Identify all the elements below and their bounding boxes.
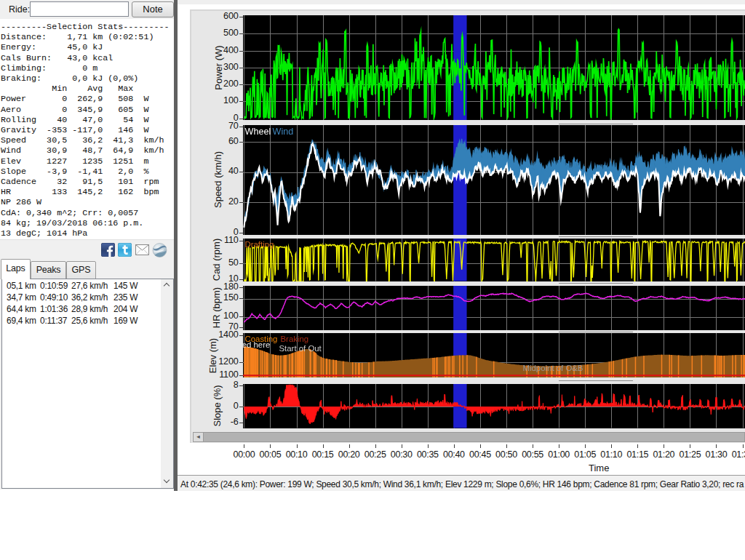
time-tick-mark [323,444,324,448]
power-ytick-mark [239,68,243,68]
power-ytick: 600 [207,11,239,21]
lap-cell: 169 W [113,316,138,326]
time-tick-label: 01:35 [727,449,745,460]
elev-ytick-mark [239,335,243,336]
lap-cell: 28,9 km/h [71,304,108,314]
hr-ytick-mark [239,287,243,288]
pane-divider-handle[interactable] [559,124,633,124]
selection-stats-box: ---------Selection Stats--------- Distan… [0,19,174,240]
lap-cell: 0:49:10 [40,292,68,303]
ride-name-input[interactable] [30,1,129,17]
annotation-midpoint-of-o-b: Midpoint of O&B [523,364,583,372]
time-tick-mark [402,444,402,448]
slope-ytick-mark [239,407,243,407]
lap-row[interactable]: 69,4 km0:11:3725,6 km/h169 W [2,316,162,327]
chart-container: 6005004003002001000Power (W)WheelWind706… [190,9,745,443]
slope-canvas [243,384,745,428]
plot-power[interactable] [243,15,745,120]
selection-stats-text: ---------Selection Stats--------- Distan… [1,22,169,239]
lap-row[interactable]: 64,4 km1:01:3628,9 km/h204 W [2,304,162,316]
chart-horizontal-scrollbar[interactable]: ◄ [193,432,745,442]
email-icon[interactable] [135,244,149,256]
time-tick-mark [454,444,455,448]
lap-cell: 05,1 km [7,281,36,291]
pane-divider-handle[interactable] [559,283,633,284]
time-tick-mark [743,444,744,448]
power-ytick-mark [239,33,243,34]
annotation-ted-here: ted here [243,340,271,349]
time-tick-mark [559,444,559,448]
lap-row[interactable]: 34,7 km0:49:1036,2 km/h235 W [2,292,162,304]
cad-ytick-mark [239,241,243,241]
tab-gps[interactable]: GPS [66,261,96,279]
pane-divider-handle[interactable] [559,332,633,332]
lap-cell: 36,2 km/h [71,292,108,303]
facebook-icon[interactable] [101,243,115,257]
lap-cell: 25,6 km/h [71,316,108,326]
time-tick-mark [585,444,586,448]
note-button[interactable]: Note [132,1,174,17]
lap-cell: 0:11:37 [40,316,67,326]
speed-canvas [243,125,745,236]
scroll-down-icon[interactable] [161,476,173,488]
lap-cell: 1:01:36 [40,304,68,314]
time-tick-mark [270,444,271,448]
power-ytick-mark [239,17,243,17]
left-panel: Ride: Note ---------Selection Stats-----… [0,0,174,489]
plot-speed[interactable]: WheelWind [243,125,745,236]
power-ytick: 500 [207,28,239,38]
elev-ytick-mark [239,375,243,376]
plot-slope[interactable] [243,384,745,428]
cad-ytick-mark [239,279,243,280]
tab-laps[interactable]: Laps [1,259,31,279]
power-ytick: 100 [207,95,239,105]
pane-divider-handle[interactable] [559,236,633,237]
time-tick-mark [533,444,533,448]
hr-canvas [243,286,745,330]
earth-icon[interactable] [152,243,167,257]
scroll-left-icon[interactable]: ◄ [193,432,204,442]
legend-wheel: Wheel [245,127,271,137]
pane-divider-handle[interactable] [559,380,633,381]
slope-ytick-mark [239,385,243,386]
speed-ytick: 60 [207,136,239,146]
speed-axis-title: Speed (km/h) [212,151,223,208]
app-window: Ride: Note ---------Selection Stats-----… [0,0,745,560]
tab-strip: Laps Peaks GPS [0,258,174,279]
time-tick-mark [375,444,376,448]
elev-axis-title: Elev (m) [207,337,218,372]
hr-ytick-mark [239,298,243,299]
top-strip [178,0,745,4]
twitter-icon[interactable] [118,243,132,257]
speed-ytick-mark [239,172,243,172]
power-ytick-mark [239,119,243,119]
speed-ytick-mark [239,233,243,233]
scroll-up-icon[interactable] [161,279,173,292]
tab-peaks[interactable]: Peaks [31,261,66,279]
plot-hr[interactable] [243,286,745,330]
lap-cell: 69,4 km [7,316,36,326]
share-icons-row [0,240,174,259]
lap-cell: 145 W [113,281,138,291]
lap-cell: 34,7 km [7,292,36,303]
chart-region: 6005004003002001000Power (W)WheelWind706… [178,0,745,491]
lap-cell: 0:10:59 [40,281,68,291]
power-ytick-mark [239,84,243,85]
legend-braking: Braking [281,335,309,343]
plot-elev[interactable]: CoastingBrakingted hereStart of OutMidpo… [243,333,745,377]
time-tick-mark [428,444,429,448]
time-axis: 00:0000:0500:1000:1500:2000:2500:3000:35… [178,443,745,476]
time-tick-mark [716,444,717,448]
speed-ytick-mark [239,127,243,127]
lap-row[interactable]: 05,1 km0:10:5927,6 km/h145 W [2,281,162,292]
lap-cell: 235 W [113,292,138,303]
lap-list-scrollbar[interactable] [161,279,173,488]
ride-toolbar: Ride: Note [0,0,174,19]
cad-ytick-mark [239,263,243,264]
scrollbar-thumb[interactable] [203,432,745,442]
time-tick-mark [611,444,612,448]
cad-canvas [243,239,745,281]
plot-cad[interactable]: Drafting [243,239,745,281]
power-ytick-mark [239,51,243,52]
time-tick-mark [349,444,350,448]
